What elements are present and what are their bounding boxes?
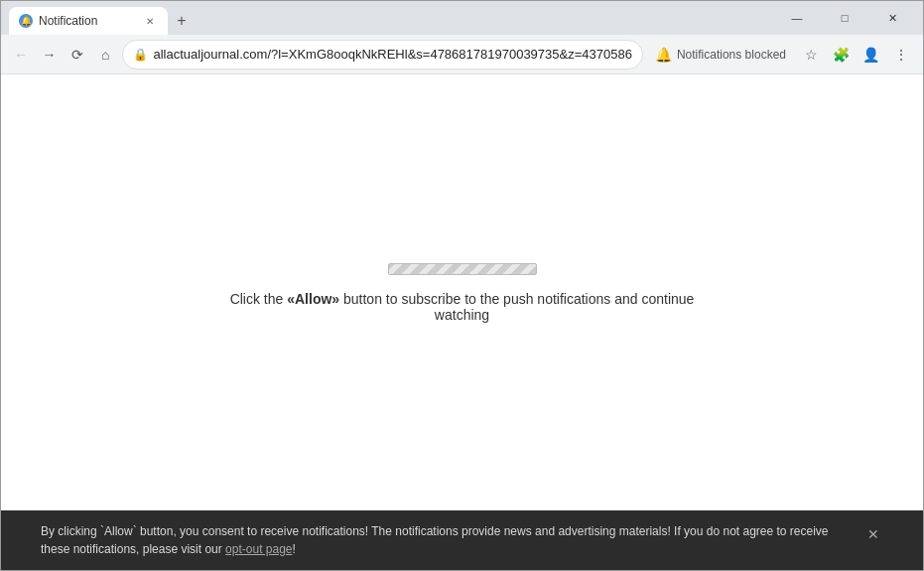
notifications-blocked-label: Notifications blocked (677, 48, 786, 62)
consent-close-button[interactable]: ✕ (863, 524, 883, 544)
new-tab-button[interactable]: + (168, 7, 196, 35)
maximize-button[interactable]: □ (822, 1, 867, 35)
tab-strip: Notification ✕ + (9, 1, 196, 35)
message-suffix: button to subscribe to the push notifica… (339, 291, 694, 323)
navigation-bar: ← → ⟳ ⌂ 🔒 allactualjournal.com/?l=XKmG8o… (1, 35, 923, 74)
back-button[interactable]: ← (9, 41, 33, 69)
page-message: Click the «Allow» button to subscribe to… (214, 291, 711, 323)
tab-title: Notification (39, 14, 136, 28)
consent-text-main: By clicking `Allow` button, you consent … (41, 524, 829, 556)
page-content: Click the «Allow» button to subscribe to… (1, 74, 923, 510)
home-button[interactable]: ⌂ (93, 41, 117, 69)
active-tab[interactable]: Notification ✕ (9, 7, 168, 35)
consent-text: By clicking `Allow` button, you consent … (41, 522, 854, 558)
consent-text-end: ! (293, 542, 296, 556)
bookmark-star-button[interactable]: ☆ (798, 41, 826, 69)
profile-button[interactable]: 👤 (858, 41, 885, 69)
minimize-button[interactable]: — (774, 1, 820, 35)
forward-button[interactable]: → (37, 41, 61, 69)
allow-text: «Allow» (287, 291, 339, 307)
loading-container: Click the «Allow» button to subscribe to… (214, 263, 711, 323)
notifications-bell-icon: 🔔 (655, 47, 672, 63)
notifications-blocked-indicator[interactable]: 🔔 Notifications blocked (647, 43, 794, 67)
consent-bar: By clicking `Allow` button, you consent … (1, 510, 923, 570)
message-prefix: Click the (230, 291, 288, 307)
title-bar: Notification ✕ + — □ ✕ (1, 1, 923, 35)
window-controls: — □ ✕ (774, 1, 915, 35)
address-bar[interactable]: 🔒 allactualjournal.com/?l=XKmG8ooqkNkREH… (122, 40, 643, 70)
close-button[interactable]: ✕ (869, 1, 915, 35)
nav-right-icons: ☆ 🧩 👤 ⋮ (798, 41, 915, 69)
tab-favicon (19, 14, 33, 28)
opt-out-link[interactable]: opt-out page (225, 542, 292, 556)
reload-button[interactable]: ⟳ (66, 41, 89, 69)
tab-close-button[interactable]: ✕ (142, 13, 158, 29)
lock-icon: 🔒 (133, 48, 148, 62)
menu-button[interactable]: ⋮ (887, 41, 915, 69)
url-text: allactualjournal.com/?l=XKmG8ooqkNkREHl&… (154, 47, 632, 62)
progress-bar (388, 263, 537, 275)
extensions-button[interactable]: 🧩 (828, 41, 856, 69)
